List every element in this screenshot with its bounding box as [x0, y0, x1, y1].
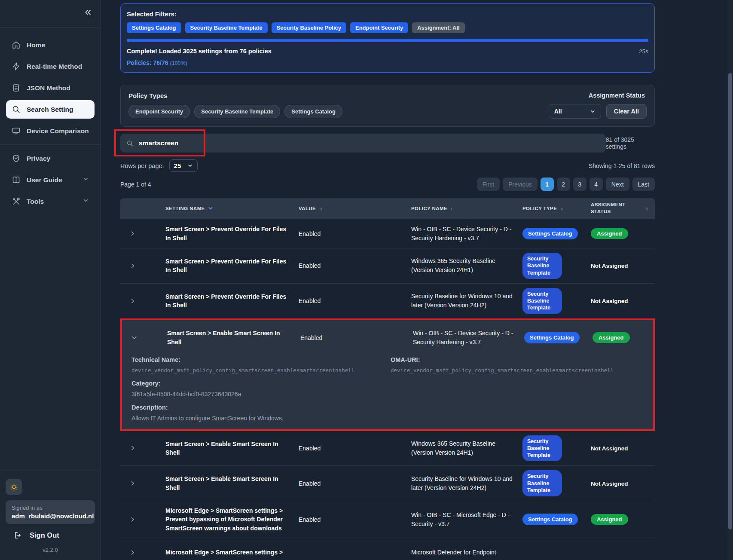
- first-page-button[interactable]: First: [477, 177, 500, 191]
- json-document-icon: [12, 83, 21, 92]
- table-row[interactable]: Smart Screen > Enable Smart Screen In Sh…: [120, 465, 655, 501]
- oma-uri-label: OMA-URI:: [391, 356, 644, 363]
- monitor-icon: [12, 126, 21, 135]
- annotation-box-expanded-row: Smart Screen > Enable Smart Screen In Sh…: [120, 318, 655, 431]
- sidebar-item-label: JSON Method: [27, 84, 70, 92]
- page-button-3[interactable]: 3: [573, 177, 586, 191]
- table-row[interactable]: Microsoft Edge > SmartScreen settings > …: [120, 538, 655, 560]
- column-header-policy-type[interactable]: POLICY TYPE ↑↓: [522, 206, 591, 211]
- clear-all-button[interactable]: Clear All: [606, 104, 647, 119]
- sidebar-item-json-method[interactable]: JSON Method: [6, 79, 95, 97]
- search-input[interactable]: [138, 139, 600, 147]
- assignment-status-text: Not Assigned: [591, 480, 628, 487]
- elapsed-time: 25s: [639, 48, 648, 55]
- assignment-status-select[interactable]: All: [549, 104, 601, 119]
- table-row[interactable]: Smart Screen > Prevent Override For File…: [120, 283, 655, 318]
- table-row[interactable]: Smart Screen > Enable Smart Screen In Sh…: [120, 431, 655, 466]
- sort-icon: ↑↓: [560, 206, 564, 211]
- collapse-chevrons-icon: «: [85, 5, 91, 18]
- policy-name-cell: Security Baseline for Windows 10 and lat…: [411, 292, 522, 310]
- policy-name-cell: Win - OIB - SC - Microsoft Edge - D - Se…: [411, 511, 522, 529]
- column-label: SETTING NAME: [165, 206, 205, 211]
- policy-type-chip: Settings Catalog: [524, 332, 580, 343]
- filter-chip-endpoint-security[interactable]: Endpoint Security: [350, 22, 408, 33]
- value-cell: Enabled: [299, 516, 411, 523]
- setting-name-cell: Smart Screen > Prevent Override For File…: [165, 257, 299, 275]
- sidebar-item-device-comparison[interactable]: Device Comparison: [6, 122, 95, 140]
- policy-type-chip-endpoint-security[interactable]: Endpoint Security: [128, 105, 190, 118]
- sidebar-collapse-button[interactable]: «: [85, 6, 91, 17]
- previous-page-button[interactable]: Previous: [503, 177, 537, 191]
- policies-count: Policies: 76/76: [127, 59, 168, 66]
- page-button-2[interactable]: 2: [557, 177, 570, 191]
- expand-chevron-icon[interactable]: [129, 230, 136, 237]
- scrollbar-thumb[interactable]: [728, 73, 732, 529]
- table-row[interactable]: Smart Screen > Prevent Override For File…: [120, 248, 655, 283]
- expand-chevron-icon[interactable]: [129, 445, 136, 451]
- column-label: POLICY NAME: [411, 206, 447, 211]
- shield-check-icon: [12, 154, 21, 163]
- assignment-status-section: Assignment Status All Clear All: [549, 92, 647, 119]
- theme-toggle-button[interactable]: [6, 479, 22, 495]
- category-value: 3f61a5fe-8508-44dd-bcf0-83273643026a: [131, 391, 644, 398]
- sign-out-button[interactable]: Sign Out: [14, 531, 59, 540]
- collapse-chevron-icon[interactable]: [131, 334, 137, 341]
- column-header-setting-name[interactable]: SETTING NAME: [165, 206, 299, 211]
- sidebar-item-search-setting[interactable]: Search Setting: [6, 100, 95, 119]
- sidebar-item-privacy[interactable]: Privacy: [6, 149, 95, 168]
- page-indicator: Page 1 of 4: [120, 181, 151, 188]
- policy-type-chip: Security Baseline Template: [522, 288, 562, 314]
- book-icon: [12, 175, 21, 184]
- expand-chevron-icon[interactable]: [129, 516, 136, 523]
- scrollbar[interactable]: [727, 0, 733, 560]
- table-row[interactable]: Microsoft Edge > SmartScreen settings > …: [120, 501, 655, 538]
- rows-per-page-value: 25: [174, 162, 181, 169]
- expand-chevron-icon[interactable]: [129, 549, 136, 556]
- policies-progress-text[interactable]: Policies: 76/76(100%): [127, 59, 648, 66]
- expand-chevron-icon[interactable]: [129, 480, 136, 487]
- sidebar-item-home[interactable]: Home: [6, 36, 95, 54]
- page-button-4[interactable]: 4: [589, 177, 603, 191]
- value-cell: Enabled: [300, 334, 413, 341]
- rows-per-page-label: Rows per page:: [120, 162, 164, 169]
- assignment-status-text: Not Assigned: [591, 263, 628, 269]
- filter-chip-settings-catalog[interactable]: Settings Catalog: [127, 22, 181, 33]
- sidebar-item-label: Privacy: [27, 155, 50, 162]
- chevron-down-icon: [82, 176, 89, 184]
- rows-per-page-select[interactable]: 25: [169, 159, 198, 172]
- policy-type-chip: Security Baseline Template: [522, 470, 562, 496]
- app-version: v2.2.0: [0, 547, 101, 553]
- page-button-1[interactable]: 1: [541, 177, 554, 191]
- description-label: Description:: [131, 404, 644, 411]
- sidebar-item-user-guide[interactable]: User Guide: [6, 171, 95, 189]
- filter-chip-security-baseline-template[interactable]: Security Baseline Template: [185, 22, 268, 33]
- expand-chevron-icon[interactable]: [129, 298, 136, 304]
- policy-name-cell: Win - OIB - SC - Device Security - D - S…: [411, 225, 522, 243]
- sidebar-divider: [0, 471, 101, 471]
- sidebar-item-label: Real-time Method: [27, 63, 82, 70]
- search-row: 81 of 3025 settings: [120, 134, 655, 153]
- table-row[interactable]: Smart Screen > Prevent Override For File…: [120, 219, 655, 248]
- sort-icon: ↑↓: [450, 206, 454, 211]
- last-page-button[interactable]: Last: [632, 177, 655, 191]
- column-header-assignment-status[interactable]: ASSIGNMENT STATUS ↑↓: [591, 202, 655, 215]
- sidebar-item-tools[interactable]: Tools: [6, 192, 95, 211]
- filter-chip-assignment-all[interactable]: Assignment: All: [412, 22, 464, 33]
- main-content: Selected Filters: Settings Catalog Secur…: [101, 0, 733, 560]
- setting-name-cell: Smart Screen > Enable Smart Screen In Sh…: [165, 440, 299, 457]
- policy-types-panel: Policy Types Endpoint Security Security …: [120, 85, 655, 127]
- expand-chevron-icon[interactable]: [129, 263, 136, 269]
- column-header-policy-name[interactable]: POLICY NAME ↑↓: [411, 206, 522, 211]
- description-section: Description: Allows IT Admins to configu…: [131, 404, 644, 422]
- table-row-expanded[interactable]: Smart Screen > Enable Smart Screen In Sh…: [122, 320, 653, 355]
- policy-type-chip-security-baseline-template[interactable]: Security Baseline Template: [194, 105, 280, 118]
- setting-name-cell: Microsoft Edge > SmartScreen settings > …: [165, 506, 299, 532]
- filter-chip-security-baseline-policy[interactable]: Security Baseline Policy: [272, 22, 346, 33]
- assignment-status-chip: Assigned: [591, 514, 628, 525]
- lightning-icon: [12, 62, 21, 71]
- policy-type-chip: Security Baseline Template: [522, 435, 562, 462]
- policy-type-chip-settings-catalog[interactable]: Settings Catalog: [284, 105, 342, 118]
- next-page-button[interactable]: Next: [606, 177, 629, 191]
- sidebar-item-realtime-method[interactable]: Real-time Method: [6, 57, 95, 76]
- column-header-value[interactable]: VALUE ↑↓: [299, 206, 411, 211]
